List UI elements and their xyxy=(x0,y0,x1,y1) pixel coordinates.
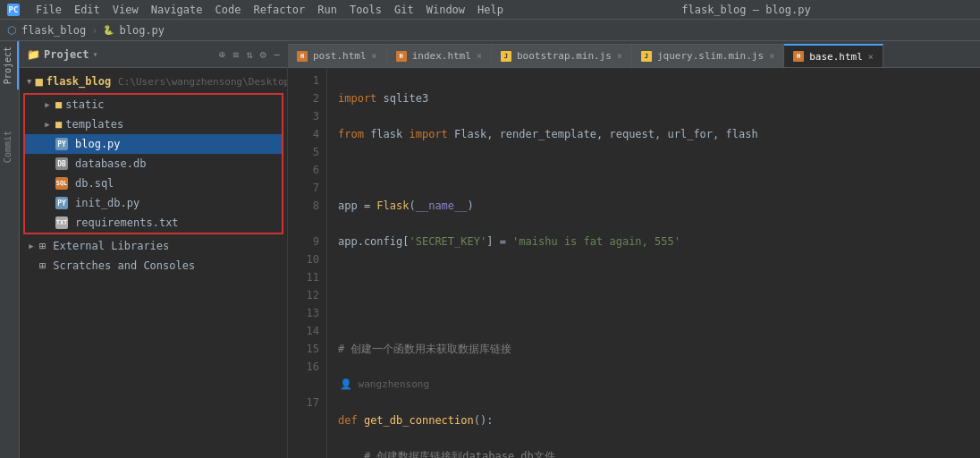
code-line-1: import sqlite3 xyxy=(338,89,980,107)
db-icon: DB xyxy=(55,157,68,170)
tab-jquery-label: jquery.slim.min.js xyxy=(657,50,764,62)
tab-post-html[interactable]: H post.html × xyxy=(288,44,387,67)
project-dropdown-icon[interactable]: ▾ xyxy=(93,49,98,59)
breadcrumb-sep: › xyxy=(91,24,97,37)
code-content[interactable]: import sqlite3 from flask import Flask, … xyxy=(327,68,980,458)
tree-item-static[interactable]: ▶ ■ static xyxy=(25,95,282,114)
editor-area: H post.html × H index.html × J bootstrap… xyxy=(288,41,980,458)
templates-label: templates xyxy=(65,118,123,131)
tab-jquery-icon: J xyxy=(641,51,652,62)
breadcrumb-file[interactable]: blog.py xyxy=(119,24,165,37)
req-icon: TXT xyxy=(55,216,68,229)
code-line-6 xyxy=(338,268,980,286)
sql-icon: SQL xyxy=(55,177,68,190)
breadcrumb-project[interactable]: flask_blog xyxy=(21,24,86,37)
breadcrumb-root[interactable]: ⬡ xyxy=(7,24,16,37)
menu-code[interactable]: Code xyxy=(210,2,247,18)
tree-item-blogpy[interactable]: PY blog.py xyxy=(25,134,282,154)
menu-file[interactable]: File xyxy=(30,2,67,18)
tab-post-icon: H xyxy=(297,51,308,62)
blogpy-label: blog.py xyxy=(75,138,121,150)
tab-index-icon: H xyxy=(396,51,407,62)
tree-item-templates[interactable]: ▶ ■ templates xyxy=(25,114,282,134)
root-name: flask_blog xyxy=(46,75,111,88)
tab-index-label: index.html xyxy=(412,50,471,62)
menu-bar: File Edit View Navigate Code Refactor Ru… xyxy=(30,2,509,18)
project-action-gear[interactable]: ⚙ xyxy=(260,48,266,61)
tree-external-libs[interactable]: ▶ ⊞ External Libraries xyxy=(20,236,287,256)
tab-jquery-close[interactable]: × xyxy=(769,51,774,61)
ext-icon: ⊞ xyxy=(39,240,46,252)
tab-strip: H post.html × H index.html × J bootstrap… xyxy=(288,41,980,68)
tab-post-close[interactable]: × xyxy=(372,51,377,61)
project-folder-icon: 📁 xyxy=(27,48,40,61)
red-border-group: ▶ ■ static ▶ ■ templates PY blog.py xyxy=(23,93,283,234)
code-line-4: app = Flask(__name__) xyxy=(338,197,980,215)
tab-base-icon: H xyxy=(793,51,804,62)
sidebar-tab-commit[interactable]: Commit xyxy=(0,125,19,168)
ext-expand-icon: ▶ xyxy=(27,242,36,250)
static-label: static xyxy=(65,98,104,111)
menu-run[interactable]: Run xyxy=(312,2,342,18)
tab-bootstrap-icon: J xyxy=(501,51,511,62)
project-action-minimize[interactable]: − xyxy=(274,48,280,61)
window-title: flask_blog – blog.py xyxy=(520,4,973,16)
tab-bootstrap-js[interactable]: J bootstrap.min.js × xyxy=(492,44,632,67)
breadcrumb-icon-py: 🐍 xyxy=(103,25,114,35)
code-line-9: def get_db_connection(): xyxy=(338,411,980,429)
tree-item-req[interactable]: TXT requirements.txt xyxy=(25,213,282,233)
menu-edit[interactable]: Edit xyxy=(69,2,106,18)
code-line-7 xyxy=(338,304,980,322)
menu-window[interactable]: Window xyxy=(421,2,470,18)
vertical-tabs: Project Commit xyxy=(0,41,20,458)
menu-help[interactable]: Help xyxy=(472,2,509,18)
breadcrumb-bar: ⬡ flask_blog › 🐍 blog.py xyxy=(0,20,980,41)
menu-navigate[interactable]: Navigate xyxy=(146,2,208,18)
initpy-label: init_db.py xyxy=(75,197,139,209)
root-path: C:\Users\wangzhensong\Desktop\flask_blog xyxy=(118,76,287,88)
project-title: Project xyxy=(44,48,89,61)
tree-scratches[interactable]: ⊞ Scratches and Consoles xyxy=(20,256,287,276)
req-label: requirements.txt xyxy=(75,216,179,229)
project-action-list[interactable]: ≡ xyxy=(232,48,239,61)
tree-item-dbfile[interactable]: DB database.db xyxy=(25,154,282,174)
code-line-5: app.config['SECRET_KEY'] = 'maishu is fa… xyxy=(338,233,980,250)
tab-base-close[interactable]: × xyxy=(868,52,874,62)
code-line-10: # 创建数据库链接到database.db文件 xyxy=(338,447,980,458)
tab-bootstrap-label: bootstrap.min.js xyxy=(517,50,612,62)
tab-index-html[interactable]: H index.html × xyxy=(387,44,492,67)
file-tree: ▼ ■ flask_blog C:\Users\wangzhensong\Des… xyxy=(20,68,287,458)
tab-base-label: base.html xyxy=(809,51,863,63)
tab-post-label: post.html xyxy=(313,50,367,62)
menu-refactor[interactable]: Refactor xyxy=(248,2,310,18)
sql-label: db.sql xyxy=(75,177,114,190)
tree-item-sql[interactable]: SQL db.sql xyxy=(25,174,282,193)
project-actions: ⊕ ≡ ⇅ ⚙ − xyxy=(219,48,280,61)
tree-root[interactable]: ▼ ■ flask_blog C:\Users\wangzhensong\Des… xyxy=(20,72,287,91)
tab-base-html[interactable]: H base.html × xyxy=(784,44,883,67)
root-expand-icon: ▼ xyxy=(27,77,31,86)
static-folder-icon: ■ xyxy=(55,98,62,111)
code-editor: 1 2 3 4 5 6 7 8 9 10 11 12 13 14 15 16 1… xyxy=(288,68,980,458)
scratch-icon: ⊞ xyxy=(39,259,46,272)
line-numbers: 1 2 3 4 5 6 7 8 9 10 11 12 13 14 15 16 1… xyxy=(288,68,327,458)
code-line-3 xyxy=(338,161,980,179)
project-action-globe[interactable]: ⊕ xyxy=(219,48,225,61)
menu-view[interactable]: View xyxy=(107,2,144,18)
static-expand-icon: ▶ xyxy=(43,100,52,109)
initpy-icon: PY xyxy=(55,197,68,209)
app-icon: PC xyxy=(7,4,20,16)
sidebar-tab-project[interactable]: Project xyxy=(0,41,19,89)
project-header: 📁 Project ▾ ⊕ ≡ ⇅ ⚙ − xyxy=(20,41,287,68)
code-line-2: from flask import Flask, render_template… xyxy=(338,125,980,143)
scratch-label: Scratches and Consoles xyxy=(53,259,195,272)
tree-item-initpy[interactable]: PY init_db.py xyxy=(25,193,282,213)
code-line-8-ann: 👤 wangzhensong xyxy=(338,376,980,394)
tab-index-close[interactable]: × xyxy=(477,51,482,61)
project-panel: 📁 Project ▾ ⊕ ≡ ⇅ ⚙ − ▼ ■ flask_blog C:\… xyxy=(20,41,288,458)
project-action-sort[interactable]: ⇅ xyxy=(246,48,252,61)
tab-jquery-js[interactable]: J jquery.slim.min.js × xyxy=(632,44,784,67)
menu-tools[interactable]: Tools xyxy=(344,2,387,18)
menu-git[interactable]: Git xyxy=(389,2,419,18)
tab-bootstrap-close[interactable]: × xyxy=(617,51,622,61)
